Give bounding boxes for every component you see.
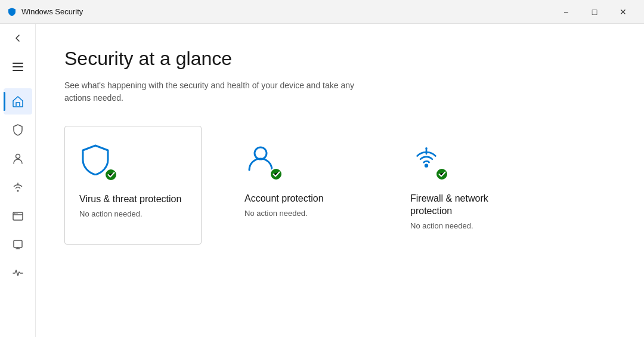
home-icon <box>12 95 24 107</box>
checkmark-icon <box>273 171 280 177</box>
person-icon <box>12 153 24 165</box>
svg-point-3 <box>16 154 20 159</box>
title-bar: Windows Security − □ ✕ <box>0 0 644 24</box>
firewall-card-status: No action needed. <box>410 221 519 230</box>
firewall-network-card[interactable]: Firewall & network protection No action … <box>396 126 533 245</box>
account-card-status: No action needed. <box>244 209 353 218</box>
virus-badge <box>104 168 117 181</box>
wifi-icon <box>12 181 24 193</box>
sidebar-item-app[interactable] <box>4 203 32 229</box>
menu-icon <box>13 63 23 71</box>
sidebar-item-account[interactable] <box>4 146 32 172</box>
nav-items <box>0 88 35 286</box>
health-icon <box>12 267 24 279</box>
svg-point-6 <box>16 213 17 214</box>
checkmark-icon <box>438 171 446 177</box>
checkmark-icon <box>107 172 115 178</box>
main-content: Security at a glance See what's happenin… <box>36 24 644 337</box>
title-bar-left: Windows Security <box>7 7 83 17</box>
svg-rect-2 <box>13 70 23 71</box>
sidebar-item-health[interactable] <box>4 260 32 286</box>
menu-button[interactable] <box>4 55 32 79</box>
device-icon <box>12 239 24 251</box>
close-button[interactable]: ✕ <box>609 2 637 21</box>
sidebar-item-firewall[interactable] <box>4 174 32 200</box>
card-icon-area-firewall <box>410 143 448 181</box>
maximize-button[interactable]: □ <box>581 2 608 21</box>
svg-rect-0 <box>13 63 23 64</box>
svg-rect-7 <box>14 240 22 248</box>
virus-threat-card[interactable]: Virus & threat protection No action need… <box>64 126 202 245</box>
virus-card-title: Virus & threat protection <box>79 193 187 206</box>
back-icon <box>13 33 23 43</box>
sidebar-item-device[interactable] <box>4 231 32 258</box>
account-badge <box>270 168 283 181</box>
svg-point-8 <box>255 147 267 159</box>
back-button[interactable] <box>4 26 32 50</box>
account-card-title: Account protection <box>244 193 353 205</box>
firewall-badge <box>435 168 448 181</box>
sidebar-item-virus[interactable] <box>4 117 32 143</box>
card-icon-area-account <box>244 143 283 181</box>
app-icon <box>7 7 17 17</box>
page-description: See what's happening with the security a… <box>64 79 374 104</box>
app-title: Windows Security <box>21 7 83 16</box>
sidebar-item-home[interactable] <box>4 88 32 115</box>
app-browser-icon <box>12 210 24 222</box>
window-controls: − □ ✕ <box>552 2 637 21</box>
svg-point-10 <box>425 147 428 150</box>
cards-grid: Virus & threat protection No action need… <box>64 126 615 259</box>
account-protection-card[interactable]: Account protection No action needed. <box>230 126 367 245</box>
svg-point-11 <box>425 164 428 168</box>
shield-icon <box>12 124 24 136</box>
card-icon-area-virus <box>79 143 117 181</box>
minimize-button[interactable]: − <box>552 2 580 21</box>
svg-point-5 <box>14 213 16 214</box>
app-body: Security at a glance See what's happenin… <box>0 24 644 337</box>
sidebar <box>0 24 36 337</box>
svg-rect-1 <box>13 66 23 67</box>
page-title: Security at a glance <box>64 48 615 70</box>
virus-card-status: No action needed. <box>79 209 187 218</box>
firewall-card-title: Firewall & network protection <box>410 193 519 218</box>
